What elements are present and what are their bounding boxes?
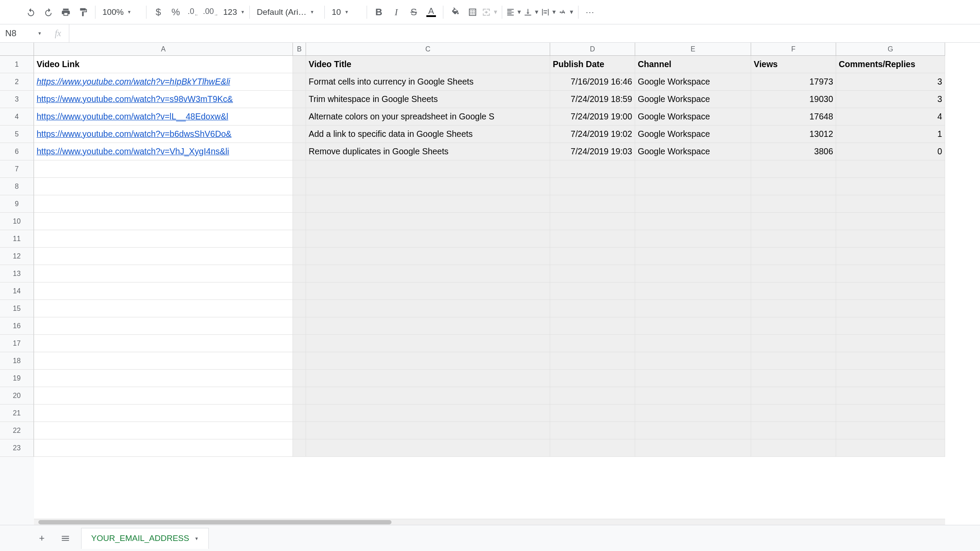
cell[interactable] bbox=[836, 195, 945, 213]
cell[interactable] bbox=[293, 108, 306, 126]
cell[interactable]: 7/24/2019 18:59 bbox=[550, 91, 635, 108]
cell[interactable] bbox=[293, 439, 306, 457]
cell[interactable]: 1 bbox=[836, 126, 945, 143]
cell[interactable] bbox=[550, 195, 635, 213]
cell[interactable] bbox=[635, 387, 751, 405]
cell[interactable] bbox=[306, 387, 550, 405]
cell[interactable] bbox=[751, 335, 836, 352]
cell[interactable]: Google Workspace bbox=[635, 126, 751, 143]
cell[interactable] bbox=[34, 213, 293, 230]
cell[interactable] bbox=[550, 387, 635, 405]
merge-cells-button[interactable]: ▼ bbox=[482, 4, 498, 20]
cell[interactable] bbox=[836, 405, 945, 422]
cell[interactable] bbox=[34, 317, 293, 335]
name-box[interactable]: N8 ▼ bbox=[0, 24, 47, 42]
cell[interactable] bbox=[550, 370, 635, 387]
cell[interactable] bbox=[751, 405, 836, 422]
cell[interactable] bbox=[293, 143, 306, 160]
decrease-decimal-button[interactable]: .0← bbox=[185, 4, 201, 20]
cell[interactable] bbox=[293, 335, 306, 352]
cell[interactable] bbox=[836, 335, 945, 352]
cell[interactable] bbox=[751, 422, 836, 439]
cell[interactable]: Add a link to specific data in Google Sh… bbox=[306, 126, 550, 143]
borders-button[interactable] bbox=[464, 4, 481, 20]
cell[interactable] bbox=[635, 352, 751, 370]
cell[interactable] bbox=[34, 352, 293, 370]
cell[interactable] bbox=[293, 317, 306, 335]
cell[interactable] bbox=[34, 370, 293, 387]
cell[interactable]: Video Link bbox=[34, 56, 293, 73]
print-button[interactable] bbox=[58, 4, 74, 20]
cell[interactable]: Channel bbox=[635, 56, 751, 73]
cell[interactable] bbox=[550, 335, 635, 352]
cell[interactable] bbox=[550, 300, 635, 317]
cell[interactable] bbox=[34, 335, 293, 352]
row-header[interactable]: 8 bbox=[0, 178, 34, 195]
cell[interactable] bbox=[635, 265, 751, 282]
cell[interactable] bbox=[836, 317, 945, 335]
cell[interactable]: https://www.youtube.com/watch?v=lL__48Ed… bbox=[34, 108, 293, 126]
cell[interactable] bbox=[34, 282, 293, 300]
cell[interactable]: https://www.youtube.com/watch?v=b6dwsShV… bbox=[34, 126, 293, 143]
vertical-align-button[interactable]: ▼ bbox=[523, 4, 540, 20]
cell[interactable] bbox=[293, 178, 306, 195]
cell[interactable] bbox=[751, 248, 836, 265]
row-header[interactable]: 11 bbox=[0, 230, 34, 248]
cell[interactable]: https://www.youtube.com/watch?v=s98vW3mT… bbox=[34, 91, 293, 108]
bold-button[interactable]: B bbox=[371, 4, 387, 20]
cell[interactable] bbox=[306, 230, 550, 248]
cell[interactable] bbox=[550, 422, 635, 439]
row-header[interactable]: 13 bbox=[0, 265, 34, 282]
sheet-tab[interactable]: YOUR_EMAIL_ADDRESS ▼ bbox=[81, 528, 209, 549]
italic-button[interactable]: I bbox=[388, 4, 405, 20]
cell[interactable] bbox=[751, 439, 836, 457]
text-wrap-button[interactable]: ▼ bbox=[541, 4, 557, 20]
col-header-B[interactable]: B bbox=[293, 43, 306, 56]
cell[interactable] bbox=[836, 248, 945, 265]
cell[interactable]: 3 bbox=[836, 91, 945, 108]
cell[interactable]: Remove duplicates in Google Sheets bbox=[306, 143, 550, 160]
cell[interactable]: 13012 bbox=[751, 126, 836, 143]
cell[interactable]: 7/24/2019 19:02 bbox=[550, 126, 635, 143]
cell[interactable] bbox=[550, 178, 635, 195]
zoom-select[interactable]: 100% ▼ bbox=[99, 4, 143, 20]
row-header[interactable]: 20 bbox=[0, 387, 34, 405]
cell[interactable] bbox=[635, 195, 751, 213]
cell[interactable] bbox=[836, 352, 945, 370]
cell[interactable] bbox=[751, 195, 836, 213]
row-header[interactable]: 15 bbox=[0, 300, 34, 317]
cell[interactable] bbox=[306, 370, 550, 387]
cell[interactable] bbox=[635, 317, 751, 335]
horizontal-scrollbar[interactable] bbox=[34, 519, 945, 525]
col-header-A[interactable]: A bbox=[34, 43, 293, 56]
cell[interactable] bbox=[306, 160, 550, 178]
cell[interactable] bbox=[635, 422, 751, 439]
all-sheets-button[interactable] bbox=[58, 531, 73, 546]
cell[interactable]: Google Workspace bbox=[635, 108, 751, 126]
cell[interactable] bbox=[306, 300, 550, 317]
cell[interactable] bbox=[635, 405, 751, 422]
cell[interactable] bbox=[751, 317, 836, 335]
text-rotation-button[interactable]: ▼ bbox=[558, 4, 575, 20]
cell[interactable] bbox=[293, 126, 306, 143]
cell[interactable] bbox=[306, 335, 550, 352]
cell[interactable] bbox=[836, 387, 945, 405]
more-button[interactable]: ⋯ bbox=[582, 4, 599, 20]
cell[interactable] bbox=[550, 213, 635, 230]
cell[interactable] bbox=[293, 370, 306, 387]
cell[interactable] bbox=[836, 370, 945, 387]
cell[interactable] bbox=[34, 160, 293, 178]
col-header-E[interactable]: E bbox=[635, 43, 751, 56]
currency-button[interactable]: $ bbox=[150, 4, 167, 20]
cell[interactable] bbox=[293, 352, 306, 370]
cell[interactable]: Video Title bbox=[306, 56, 550, 73]
row-header[interactable]: 14 bbox=[0, 282, 34, 300]
row-header[interactable]: 10 bbox=[0, 213, 34, 230]
cell[interactable] bbox=[293, 282, 306, 300]
cell[interactable]: Comments/Replies bbox=[836, 56, 945, 73]
cell[interactable] bbox=[306, 265, 550, 282]
row-header[interactable]: 18 bbox=[0, 352, 34, 370]
cell[interactable] bbox=[306, 317, 550, 335]
row-header[interactable]: 23 bbox=[0, 439, 34, 457]
row-header[interactable]: 21 bbox=[0, 405, 34, 422]
